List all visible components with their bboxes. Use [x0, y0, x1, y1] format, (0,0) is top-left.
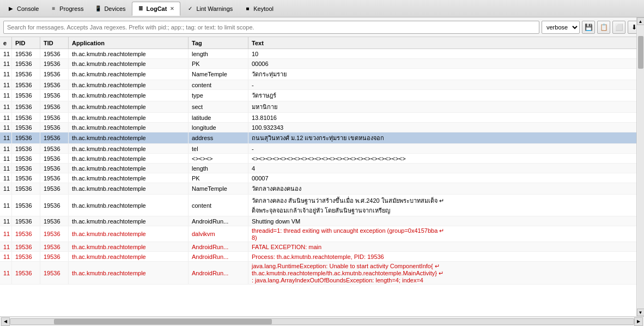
table-cell: length: [189, 164, 248, 173]
table-row[interactable]: 111953619536th.ac.kmutnb.reachtotemplead…: [0, 132, 644, 144]
col-header-pid: PID: [12, 37, 40, 49]
scroll-up-arrow[interactable]: ▲: [637, 17, 645, 25]
table-row[interactable]: 111953619536th.ac.kmutnb.reachtotempleNa…: [0, 183, 644, 195]
table-cell: 11: [0, 226, 12, 242]
v-scroll-track[interactable]: [637, 25, 644, 309]
table-row[interactable]: 111953619536th.ac.kmutnb.reachtotemplety…: [0, 90, 644, 101]
tab-console-label: Console: [17, 5, 39, 12]
progress-icon: ≡: [50, 5, 57, 13]
table-row[interactable]: 111953619536th.ac.kmutnb.reachtotempleAn…: [0, 242, 644, 252]
table-cell: 11: [0, 164, 12, 173]
logcat-icon: ≣: [137, 5, 144, 13]
table-cell: 19536: [40, 216, 69, 226]
table-cell: th.ac.kmutnb.reachtotemple: [69, 226, 189, 242]
table-cell: 19536: [40, 164, 69, 173]
table-row[interactable]: 111953619536th.ac.kmutnb.reachtotemplele…: [0, 49, 644, 59]
table-cell: 11: [0, 216, 12, 226]
table-row[interactable]: 111953619536th.ac.kmutnb.reachtotempleNa…: [0, 69, 644, 80]
tab-console[interactable]: ▶ Console: [2, 2, 44, 16]
table-row[interactable]: 111953619536th.ac.kmutnb.reachtotemplePK…: [0, 173, 644, 183]
col-header-tag: Tag: [189, 37, 248, 49]
scroll-left-arrow[interactable]: ◀: [1, 317, 10, 326]
tab-devices[interactable]: 📱 Devices: [89, 2, 130, 16]
table-cell: 11: [0, 173, 12, 183]
devices-icon: 📱: [94, 5, 102, 13]
table-row[interactable]: 111953619536th.ac.kmutnb.reachtotemplese…: [0, 101, 644, 113]
table-cell: tel: [189, 144, 248, 153]
table-cell: 19536: [12, 69, 40, 80]
table-cell: 19536: [12, 226, 40, 242]
table-cell: address: [189, 132, 248, 143]
clear-button[interactable]: ⬜: [612, 21, 625, 34]
v-scroll-thumb[interactable]: [638, 36, 643, 69]
table-row[interactable]: 111953619536th.ac.kmutnb.reachtotempleda…: [0, 226, 644, 242]
toolbar: verbosedebuginfowarnerror 💾 📋 ⬜ ⬇: [0, 17, 644, 37]
table-cell: 00006: [248, 59, 644, 68]
tab-logcat-label: LogCat: [147, 5, 167, 12]
table-cell: threadid=1: thread exiting with uncaught…: [248, 226, 644, 242]
table-cell: dalvikvm: [189, 226, 248, 242]
h-scroll-thumb[interactable]: [54, 319, 272, 324]
table-row[interactable]: 111953619536th.ac.kmutnb.reachtotempleAn…: [0, 216, 644, 226]
vertical-scrollbar[interactable]: ▲ ▼: [636, 17, 644, 316]
col-header-tid: TID: [40, 37, 69, 49]
tab-keytool[interactable]: ■ Keytool: [239, 2, 278, 16]
table-row[interactable]: 111953619536th.ac.kmutnb.reachtotemplete…: [0, 144, 644, 154]
table-cell: Shutting down VM: [248, 216, 644, 226]
scroll-right-arrow[interactable]: ▶: [634, 317, 643, 326]
h-scroll-track[interactable]: [10, 318, 634, 325]
table-cell: 4: [248, 164, 644, 173]
table-row[interactable]: 111953619536th.ac.kmutnb.reachtotemple<>…: [0, 154, 644, 164]
table-cell: 19536: [12, 173, 40, 183]
table-row[interactable]: 111953619536th.ac.kmutnb.reachtotemplele…: [0, 164, 644, 173]
table-cell: 19536: [12, 164, 40, 173]
table-row[interactable]: 111953619536th.ac.kmutnb.reachtotempleco…: [0, 80, 644, 90]
table-cell: -: [248, 80, 644, 89]
table-row[interactable]: 111953619536th.ac.kmutnb.reachtotempleco…: [0, 195, 644, 216]
table-cell: วัดราษฎร์: [248, 90, 644, 101]
table-cell: AndroidRun...: [189, 252, 248, 261]
table-row[interactable]: 111953619536th.ac.kmutnb.reachtotempleAn…: [0, 262, 644, 285]
table-cell: th.ac.kmutnb.reachtotemple: [69, 154, 189, 163]
table-cell: 19536: [12, 113, 40, 122]
table-cell: th.ac.kmutnb.reachtotemple: [69, 69, 189, 80]
save-button[interactable]: 💾: [582, 21, 595, 34]
tab-progress[interactable]: ≡ Progress: [45, 2, 88, 16]
table-cell: 19536: [40, 183, 69, 194]
log-body[interactable]: 111953619536th.ac.kmutnb.reachtotemplele…: [0, 49, 644, 316]
table-row[interactable]: 111953619536th.ac.kmutnb.reachtotemplela…: [0, 113, 644, 123]
table-cell: 11: [0, 90, 12, 101]
table-cell: 19536: [40, 59, 69, 68]
table-cell: th.ac.kmutnb.reachtotemple: [69, 144, 189, 153]
tab-devices-label: Devices: [104, 5, 125, 12]
table-cell: 19536: [40, 132, 69, 143]
table-cell: 00007: [248, 173, 644, 183]
table-cell: th.ac.kmutnb.reachtotemple: [69, 80, 189, 89]
table-cell: 19536: [40, 80, 69, 89]
table-cell: java.lang.RuntimeException: Unable to st…: [248, 262, 644, 284]
scroll-down-arrow[interactable]: ▼: [637, 309, 645, 316]
table-row[interactable]: 111953619536th.ac.kmutnb.reachtotemplelo…: [0, 123, 644, 132]
table-cell: 100.932343: [248, 123, 644, 132]
table-cell: 19536: [12, 90, 40, 101]
table-cell: 19536: [12, 49, 40, 58]
table-row[interactable]: 111953619536th.ac.kmutnb.reachtotemplePK…: [0, 59, 644, 69]
table-cell: 19536: [40, 49, 69, 58]
logcat-close-button[interactable]: ✕: [169, 5, 175, 12]
table-cell: วัดกลางคลอง สันนิษฐานว่าสร้างขึ้นเมื่อ พ…: [248, 195, 644, 216]
copy-button[interactable]: 📋: [597, 21, 610, 34]
table-cell: 19536: [40, 69, 69, 80]
keytool-icon: ■: [244, 5, 251, 13]
tab-lint[interactable]: ✓ Lint Warnings: [181, 2, 238, 16]
table-cell: FATAL EXCEPTION: main: [248, 242, 644, 251]
search-input[interactable]: [3, 21, 539, 34]
horizontal-scrollbar[interactable]: ◀ ▶: [0, 316, 644, 326]
table-cell: th.ac.kmutnb.reachtotemple: [69, 195, 189, 216]
log-header: e PID TID Application Tag Text: [0, 37, 644, 49]
tab-logcat[interactable]: ≣ LogCat ✕: [132, 2, 181, 16]
table-cell: AndroidRun...: [189, 262, 248, 284]
table-cell: th.ac.kmutnb.reachtotemple: [69, 123, 189, 132]
verbose-select[interactable]: verbosedebuginfowarnerror: [542, 21, 580, 34]
table-row[interactable]: 111953619536th.ac.kmutnb.reachtotempleAn…: [0, 252, 644, 262]
lint-icon: ✓: [186, 5, 194, 13]
